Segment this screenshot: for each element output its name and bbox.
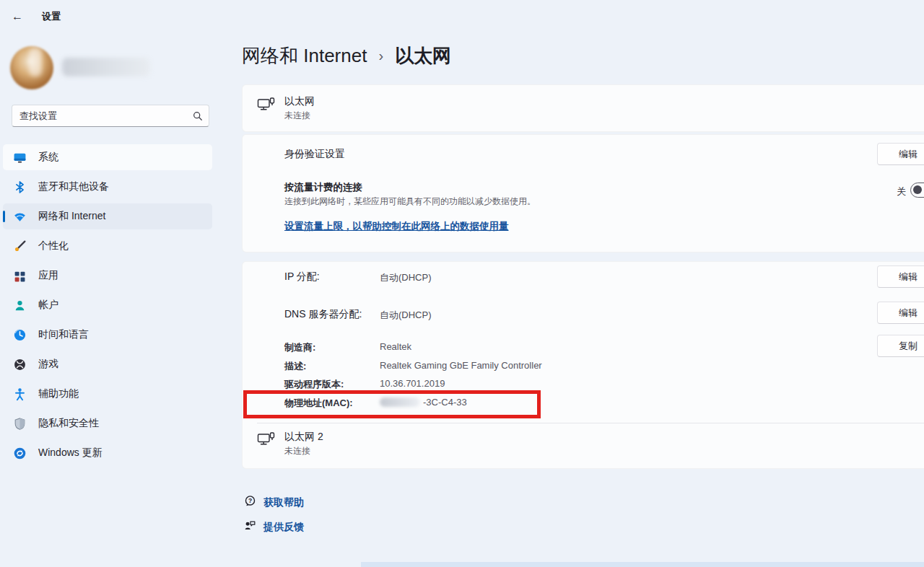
- get-help-link[interactable]: ? 获取帮助: [244, 495, 304, 510]
- windows-update-icon: [13, 447, 27, 460]
- sidebar-item-windows-update[interactable]: Windows 更新: [3, 440, 212, 466]
- get-help-label: 获取帮助: [263, 496, 304, 509]
- privacy-shield-icon: [13, 417, 27, 431]
- gaming-icon: [13, 358, 27, 372]
- mac-redacted-blur: [380, 397, 420, 407]
- sidebar-nav: 系统 蓝牙和其他设备 网络和 Internet 个性化 应用: [3, 144, 212, 470]
- mac-address-label: 物理地址(MAC):: [284, 397, 353, 410]
- ethernet-icon: [257, 97, 276, 115]
- help-icon: ?: [244, 495, 256, 510]
- ip-assignment-label: IP 分配:: [284, 271, 320, 284]
- adapter1-title: 以太网: [284, 95, 315, 108]
- personalization-icon: [13, 239, 27, 253]
- dns-edit-button[interactable]: 编辑: [877, 302, 924, 324]
- sidebar-item-label: 蓝牙和其他设备: [38, 180, 109, 193]
- system-icon: [13, 151, 27, 164]
- accessibility-icon: [13, 387, 27, 401]
- sidebar-item-label: 隐私和安全性: [38, 417, 99, 430]
- give-feedback-link[interactable]: 提供反馈: [244, 519, 304, 535]
- driver-version-label: 驱动程序版本:: [284, 378, 344, 391]
- sidebar-item-network-internet[interactable]: 网络和 Internet: [3, 203, 212, 229]
- settings-search-box[interactable]: [12, 105, 209, 127]
- svg-text:?: ?: [248, 497, 252, 504]
- breadcrumb-ethernet: 以太网: [395, 43, 451, 69]
- authentication-settings-label: 身份验证设置: [284, 148, 345, 161]
- sidebar-item-gaming[interactable]: 游戏: [3, 351, 212, 377]
- ethernet-icon: [257, 431, 276, 450]
- manufacturer-label: 制造商:: [284, 341, 315, 354]
- ip-edit-button[interactable]: 编辑: [877, 265, 924, 288]
- sidebar-item-label: 网络和 Internet: [38, 210, 105, 223]
- adapter2-title[interactable]: 以太网 2: [284, 431, 323, 444]
- taskbar-edge-strip: [361, 562, 924, 567]
- connection-settings-card: 身份验证设置 编辑 按流量计费的连接 连接到此网络时，某些应用可能具有不同的功能…: [242, 134, 924, 252]
- sidebar-item-label: 帐户: [38, 299, 58, 312]
- breadcrumb: 网络和 Internet › 以太网: [242, 43, 451, 69]
- toggle-state-label: 关: [897, 185, 906, 198]
- mac-visible-text: -3C-C4-33: [423, 397, 467, 408]
- sidebar-item-apps[interactable]: 应用: [3, 263, 212, 289]
- sidebar-item-label: 个性化: [38, 239, 69, 252]
- driver-version-value: 10.36.701.2019: [380, 378, 445, 389]
- bluetooth-icon: [13, 180, 27, 194]
- adapter-details-card: IP 分配: 自动(DHCP) 编辑 DNS 服务器分配: 自动(DHCP) 编…: [242, 261, 924, 469]
- accounts-icon: [13, 299, 27, 312]
- apps-icon: [13, 269, 27, 283]
- ethernet-adapter-card[interactable]: 以太网 未连接: [242, 84, 924, 132]
- sidebar-item-system[interactable]: 系统: [3, 144, 212, 170]
- adapter2-status: 未连接: [284, 445, 310, 457]
- dns-assignment-value: 自动(DHCP): [380, 309, 432, 322]
- username-redacted: [62, 58, 150, 76]
- sidebar-item-bluetooth-devices[interactable]: 蓝牙和其他设备: [3, 174, 212, 200]
- mac-address-value: -3C-C4-33: [380, 397, 467, 408]
- sidebar-item-accessibility[interactable]: 辅助功能: [3, 381, 212, 407]
- time-language-icon: [13, 328, 27, 342]
- search-icon[interactable]: [193, 111, 203, 121]
- sidebar-item-label: 游戏: [38, 358, 58, 371]
- avatar-blur-overlay: [29, 48, 42, 76]
- ip-assignment-value: 自动(DHCP): [380, 271, 432, 284]
- sidebar-item-personalization[interactable]: 个性化: [3, 233, 212, 259]
- breadcrumb-network-internet[interactable]: 网络和 Internet: [242, 43, 367, 69]
- metered-connection-toggle[interactable]: [910, 183, 924, 198]
- dns-assignment-label: DNS 服务器分配:: [284, 308, 362, 321]
- sidebar-item-time-language[interactable]: 时间和语言: [3, 322, 212, 348]
- main-content: 网络和 Internet › 以太网 以太网 未连接 身份验证设置 编辑 按流量…: [242, 0, 924, 567]
- sidebar-item-label: 辅助功能: [38, 387, 79, 400]
- description-label: 描述:: [284, 360, 306, 373]
- authentication-edit-button[interactable]: 编辑: [877, 143, 924, 165]
- sidebar-item-label: 时间和语言: [38, 328, 89, 341]
- give-feedback-label: 提供反馈: [263, 521, 304, 534]
- adapter1-status: 未连接: [284, 110, 310, 122]
- manufacturer-value: Realtek: [380, 341, 411, 352]
- metered-connection-label: 按流量计费的连接: [284, 181, 362, 194]
- sidebar-item-accounts[interactable]: 帐户: [3, 292, 212, 318]
- metered-connection-description: 连接到此网络时，某些应用可能具有不同的功能以减少数据使用。: [284, 195, 536, 208]
- copy-button[interactable]: 复制: [877, 335, 924, 357]
- network-icon: [13, 210, 27, 224]
- feedback-icon: [244, 519, 256, 535]
- toggle-knob: [913, 185, 922, 194]
- sidebar-item-label: 应用: [38, 269, 58, 282]
- sidebar-item-label: 系统: [38, 151, 58, 164]
- data-limit-link[interactable]: 设置流量上限，以帮助控制在此网络上的数据使用量: [284, 220, 509, 233]
- sidebar-item-privacy-security[interactable]: 隐私和安全性: [3, 410, 212, 436]
- description-value: Realtek Gaming GbE Family Controller: [380, 360, 542, 371]
- sidebar: 系统 蓝牙和其他设备 网络和 Internet 个性化 应用: [0, 0, 221, 567]
- search-input[interactable]: [19, 110, 193, 121]
- chevron-right-icon: ›: [378, 48, 383, 64]
- sidebar-item-label: Windows 更新: [38, 447, 103, 460]
- divider: [257, 423, 924, 423]
